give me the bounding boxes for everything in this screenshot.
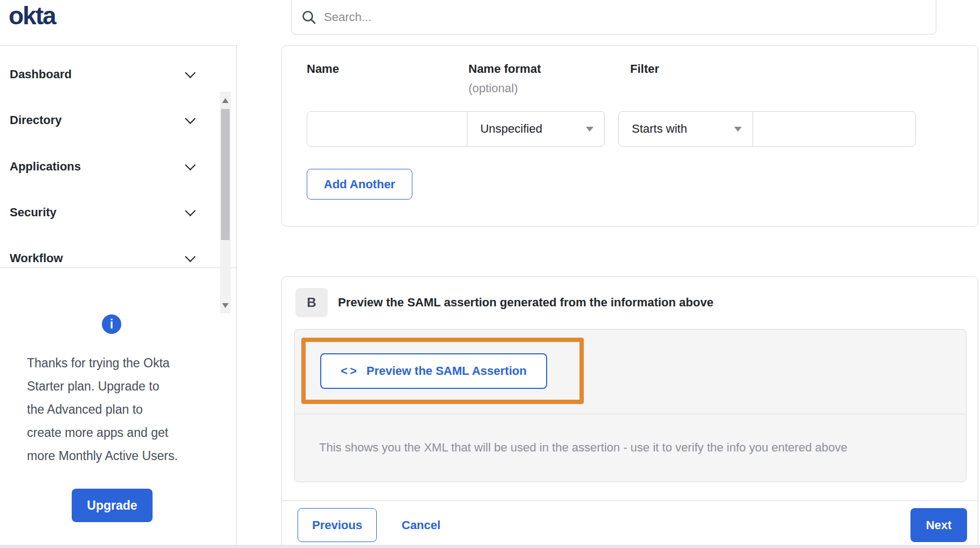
- sidebar-nav: Dashboard Directory Applications Securit…: [0, 45, 237, 268]
- name-format-selected-value: Unspecified: [480, 122, 542, 136]
- scroll-down-arrow-icon[interactable]: [222, 303, 229, 308]
- code-brackets-icon: <>: [341, 364, 359, 378]
- sidebar-item-label: Security: [10, 206, 57, 220]
- search-icon: [301, 10, 316, 25]
- sidebar-item-dashboard[interactable]: Dashboard: [0, 60, 220, 89]
- chevron-down-icon: [185, 206, 196, 216]
- filter-group: Starts with: [618, 111, 916, 147]
- previous-button[interactable]: Previous: [298, 508, 377, 542]
- caret-down-icon: [734, 127, 742, 132]
- global-search[interactable]: [291, 0, 936, 35]
- name-format-column-label: Name format: [468, 62, 541, 76]
- name-and-format-group: Unspecified: [307, 111, 605, 147]
- upsell-line: Thanks for trying the Okta: [27, 352, 178, 375]
- okta-logo[interactable]: okta: [9, 1, 56, 30]
- search-input[interactable]: [324, 10, 906, 24]
- bottom-edge-strip: [0, 545, 980, 548]
- scrollbar-thumb[interactable]: [221, 109, 230, 240]
- chevron-down-icon: [185, 113, 196, 124]
- preview-description: This shows you the XML that will be used…: [319, 441, 944, 455]
- okta-admin-screen: okta Dashboard Directory Applications Se…: [0, 0, 980, 548]
- upsell-message: Thanks for trying the Okta Starter plan.…: [27, 352, 178, 468]
- sidebar-divider: [236, 45, 237, 548]
- chevron-down-icon: [185, 160, 196, 170]
- add-another-button[interactable]: Add Another: [307, 169, 412, 200]
- upgrade-button[interactable]: Upgrade: [72, 489, 153, 522]
- sidebar-item-directory[interactable]: Directory: [0, 106, 220, 135]
- sidebar-item-label: Applications: [10, 160, 81, 174]
- name-format-optional-label: (optional): [468, 81, 518, 95]
- name-format-select[interactable]: Unspecified: [467, 112, 604, 146]
- sidebar-item-applications[interactable]: Applications: [0, 152, 220, 181]
- sidebar-item-label: Workflow: [10, 251, 63, 265]
- upsell-line: Starter plan. Upgrade to: [27, 375, 178, 398]
- cancel-link[interactable]: Cancel: [402, 508, 440, 542]
- sidebar-item-label: Directory: [10, 113, 62, 127]
- attribute-name-input[interactable]: [307, 112, 467, 146]
- filter-type-selected-value: Starts with: [632, 122, 687, 136]
- caret-down-icon: [586, 127, 593, 132]
- chevron-down-icon: [185, 251, 196, 262]
- next-button[interactable]: Next: [910, 508, 967, 542]
- sidebar-item-security[interactable]: Security: [0, 198, 220, 227]
- upsell-line: more Monthly Active Users.: [27, 444, 178, 468]
- sidebar-scrollbar[interactable]: [220, 92, 231, 313]
- panel-divider: [295, 414, 966, 414]
- info-icon: i: [102, 314, 121, 334]
- preview-panel: <> Preview the SAML Assertion This shows…: [294, 329, 967, 482]
- upsell-line: create more apps and get: [27, 421, 178, 444]
- preview-saml-assertion-button[interactable]: <> Preview the SAML Assertion: [320, 353, 547, 389]
- preview-saml-card: B Preview the SAML assertion generated f…: [281, 276, 978, 548]
- filter-column-label: Filter: [630, 62, 659, 76]
- preview-section-title: Preview the SAML assertion generated fro…: [338, 296, 713, 310]
- sidebar-item-workflow[interactable]: Workflow: [0, 244, 220, 273]
- filter-value-input[interactable]: [753, 112, 915, 146]
- upsell-line: the Advanced plan to: [27, 398, 178, 421]
- preview-button-label: Preview the SAML Assertion: [367, 364, 527, 378]
- filter-type-select[interactable]: Starts with: [619, 112, 753, 146]
- chevron-down-icon: [185, 67, 196, 78]
- sidebar-item-label: Dashboard: [10, 67, 72, 81]
- attribute-statements-card: Name Name format (optional) Filter Unspe…: [281, 45, 978, 227]
- footer-divider: [282, 501, 978, 501]
- name-column-label: Name: [307, 62, 339, 76]
- step-b-badge: B: [295, 288, 328, 317]
- scroll-up-arrow-icon[interactable]: [222, 98, 229, 103]
